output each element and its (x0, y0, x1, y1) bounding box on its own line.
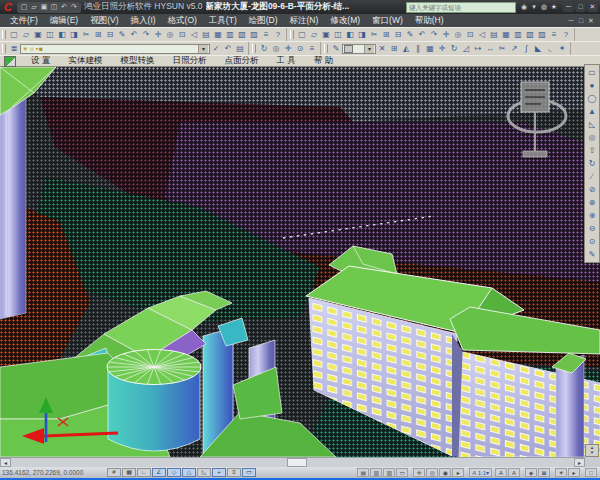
hysun-menu-point-surface-analysis[interactable]: 点面分析 (215, 55, 267, 67)
layer-states-icon[interactable]: ▤ (234, 42, 246, 55)
model-button[interactable]: ▤ (357, 468, 369, 477)
mirror-icon[interactable]: ◭ (400, 42, 412, 55)
snap-toggle[interactable]: # (107, 468, 121, 477)
scroll-right-arrow[interactable]: ▸ (574, 458, 585, 467)
save-icon[interactable]: ▣ (39, 2, 49, 12)
favorites-icon[interactable]: ★ (549, 2, 559, 12)
steering-wheel-button[interactable]: ◉ (439, 468, 451, 477)
new-icon[interactable]: ▢ (296, 28, 308, 41)
menu-edit[interactable]: 编辑(E) (44, 15, 84, 27)
new-icon[interactable]: ▢ (8, 28, 20, 41)
chamfer-icon[interactable]: ◣ (532, 42, 544, 55)
undo-icon[interactable]: ↶ (59, 2, 69, 12)
match-properties-icon[interactable]: ✎ (116, 28, 128, 41)
otrack-toggle[interactable]: △ (182, 468, 196, 477)
stretch-icon[interactable]: ↦ (472, 42, 484, 55)
zoom-realtime-icon[interactable]: ◎ (164, 28, 176, 41)
scroll-down-icon[interactable]: ▾ (586, 450, 598, 455)
building-cluster[interactable] (0, 291, 336, 457)
hysun-menu-sunshine-analysis[interactable]: 日照分析 (163, 55, 215, 67)
markup-icon[interactable]: ▨ (536, 28, 548, 41)
zoom-previous-icon[interactable]: ◁ (188, 28, 200, 41)
subtract-icon[interactable]: ⊖ (586, 222, 599, 235)
hysun-menu-tools[interactable]: 工 具 (267, 55, 304, 67)
orbit-icon[interactable]: ⊙ (294, 42, 306, 55)
sphere-icon[interactable]: ● (586, 79, 599, 92)
lengthen-icon[interactable]: ↔ (484, 42, 496, 55)
pan-icon[interactable]: ✛ (440, 28, 452, 41)
redo-icon[interactable]: ↷ (69, 2, 79, 12)
ducs-toggle[interactable]: ◺ (197, 468, 211, 477)
zoom-window-icon[interactable]: ⊡ (464, 28, 476, 41)
array-icon[interactable]: ▦ (424, 42, 436, 55)
new-icon[interactable]: ▢ (19, 2, 29, 12)
annotation-scale-control[interactable]: A 1:1 ▾ (469, 468, 492, 477)
offset-icon[interactable]: ∥ (412, 42, 424, 55)
zoom-realtime-icon[interactable]: ◎ (452, 28, 464, 41)
menu-help[interactable]: 帮助(H) (409, 15, 450, 27)
rotate-icon[interactable]: ↻ (448, 42, 460, 55)
redraw-icon[interactable]: ↻ (258, 42, 270, 55)
plot-icon[interactable]: ◫ (332, 28, 344, 41)
tool-palettes-icon[interactable]: ▥ (224, 28, 236, 41)
redo-icon[interactable]: ↷ (428, 28, 440, 41)
left-edge-tower[interactable] (0, 67, 56, 319)
quick-view-drawings-button[interactable]: ▭ (396, 468, 408, 477)
zoom-realtime-icon[interactable]: ◎ (270, 42, 282, 55)
properties-icon[interactable]: ▤ (488, 28, 500, 41)
save-icon[interactable]: ▣ (320, 28, 332, 41)
ortho-toggle[interactable]: ∟ (137, 468, 151, 477)
fillet-icon[interactable]: ◟ (544, 42, 556, 55)
layout-button[interactable]: ▥ (370, 468, 382, 477)
redo-icon[interactable]: ↷ (140, 28, 152, 41)
hysun-menu-model-convert[interactable]: 模型转换 (111, 55, 163, 67)
tool-palettes-icon[interactable]: ▥ (512, 28, 524, 41)
extrude-icon[interactable]: ⇧ (586, 144, 599, 157)
copy-icon[interactable]: ⊞ (380, 28, 392, 41)
wedge-icon[interactable]: ◺ (586, 118, 599, 131)
dropdown-arrow-icon[interactable]: ▾ (198, 45, 208, 53)
help-icon[interactable]: ? (272, 28, 284, 41)
publish-icon[interactable]: ◨ (356, 28, 368, 41)
cylinder-icon[interactable]: ◯ (586, 92, 599, 105)
designcenter-icon[interactable]: ▦ (212, 28, 224, 41)
tray-settings-button[interactable]: ▸ (568, 468, 580, 477)
open-icon[interactable]: ▱ (20, 28, 32, 41)
paste-icon[interactable]: ⊟ (104, 28, 116, 41)
hysun-menu-help[interactable]: 帮 助 (305, 55, 342, 67)
vertical-scrollbar-buttons[interactable]: ▴ ▾ (585, 444, 599, 457)
plot-preview-icon[interactable]: ◧ (56, 28, 68, 41)
open-icon[interactable]: ▱ (308, 28, 320, 41)
copy-object-icon[interactable]: ⊞ (388, 42, 400, 55)
menu-dimension[interactable]: 标注(N) (284, 15, 325, 27)
revolve-icon[interactable]: ↻ (586, 157, 599, 170)
quickcalc-icon[interactable]: ≡ (548, 28, 560, 41)
designcenter-icon[interactable]: ▦ (500, 28, 512, 41)
intersect-icon[interactable]: ⊙ (586, 235, 599, 248)
quick-view-layouts-button[interactable]: ▥ (383, 468, 395, 477)
make-object-layer-current-icon[interactable]: ✓ (210, 42, 222, 55)
trim-icon[interactable]: ✂ (496, 42, 508, 55)
workspace-switching-button[interactable]: ◈ (525, 468, 537, 477)
match-properties-icon[interactable]: ✎ (404, 28, 416, 41)
sheet-set-manager-icon[interactable]: ▧ (236, 28, 248, 41)
zoom-window-icon[interactable]: ⊡ (176, 28, 188, 41)
erase-icon[interactable]: ✕ (376, 42, 388, 55)
model-toggle[interactable]: ▭ (242, 468, 256, 477)
horizontal-scrollbar[interactable]: ◂ ▸ (0, 457, 585, 467)
maximize-button[interactable]: □ (575, 2, 586, 12)
union-icon[interactable]: ⊕ (586, 209, 599, 222)
plot-icon[interactable]: ◫ (44, 28, 56, 41)
help-icon[interactable]: ? (560, 28, 572, 41)
toolbar-lock-button[interactable]: ⊠ (538, 468, 550, 477)
osnap-toggle[interactable]: ◇ (167, 468, 181, 477)
color-control-dropdown[interactable]: ▾ (342, 44, 376, 54)
viewports-icon[interactable]: ≡ (306, 42, 318, 55)
explode-icon[interactable]: ✶ (556, 42, 568, 55)
interfere-icon[interactable]: ⊗ (586, 196, 599, 209)
analysis-boundary-line[interactable] (283, 216, 434, 238)
open-icon[interactable]: ▱ (29, 2, 39, 12)
scale-icon[interactable]: ◿ (460, 42, 472, 55)
quickcalc-icon[interactable]: ≡ (260, 28, 272, 41)
drawing-viewport[interactable] (0, 67, 600, 457)
